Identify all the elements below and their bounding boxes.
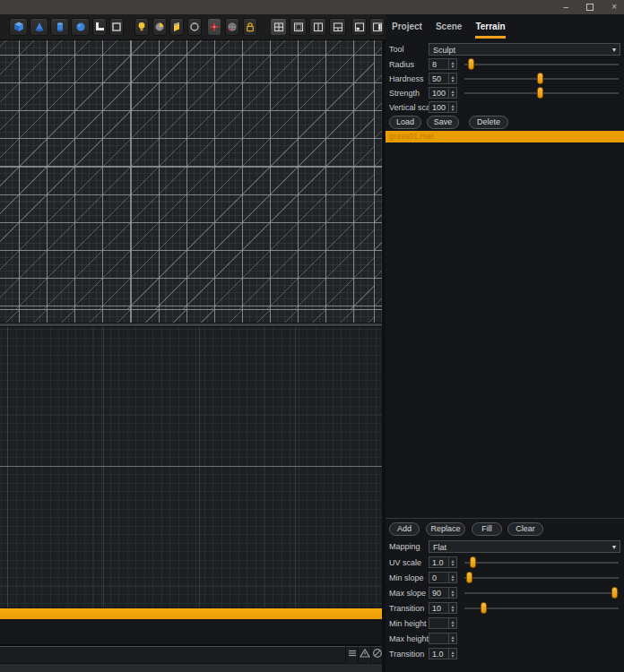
terrain-flat-grid[interactable] [0, 327, 383, 607]
spinner-arrows[interactable]: ▲▼ [448, 633, 456, 643]
layout-columns-button[interactable] [309, 18, 326, 36]
material-list-item[interactable]: grass01.mat [386, 131, 624, 142]
field-label: Hardness [389, 74, 424, 83]
ring-button[interactable] [187, 18, 202, 36]
delete-button[interactable]: Delete [469, 116, 508, 129]
tab-scene[interactable]: Scene [436, 22, 462, 39]
spinner-arrows[interactable]: ▲▼ [448, 73, 456, 83]
add-button[interactable]: Add [389, 522, 420, 536]
close-button[interactable]: × [611, 0, 617, 14]
layout-grid-button[interactable] [270, 18, 287, 36]
slider-track[interactable] [464, 562, 619, 564]
decal-button[interactable] [169, 18, 184, 36]
slider-handle[interactable] [611, 587, 618, 599]
fill-button[interactable]: Fill [472, 522, 502, 536]
slider-track[interactable] [464, 92, 619, 94]
slider-handle[interactable] [537, 73, 543, 84]
console-input[interactable] [0, 646, 346, 662]
spinner-down-icon: ▼ [451, 79, 455, 82]
terrain-wireframe-grid[interactable] [0, 40, 383, 323]
dropdown-row-mapping: MappingFlat▾ [386, 540, 624, 553]
mapping-dropdown[interactable]: Flat▾ [429, 540, 620, 553]
spinner-arrows[interactable]: ▲▼ [448, 59, 456, 69]
crosshair-button[interactable] [207, 18, 221, 36]
value-input[interactable]: 100▲▼ [429, 87, 457, 99]
spinner-down-icon: ▼ [451, 654, 455, 658]
lightbulb-button[interactable] [134, 18, 149, 36]
clear-button[interactable]: Clear [507, 522, 543, 536]
field-row-radius: Radius8▲▼ [386, 58, 624, 71]
globe-button[interactable] [225, 18, 239, 36]
cube-icon [12, 20, 26, 34]
layout-grid-icon [272, 20, 286, 34]
tab-project[interactable]: Project [392, 22, 422, 39]
spinner-arrows[interactable]: ▲▼ [448, 618, 456, 628]
slider-track[interactable] [464, 64, 619, 65]
title-bar: – × [0, 0, 624, 14]
slider-handle[interactable] [481, 602, 487, 614]
value-input[interactable]: 1.0▲▼ [429, 556, 457, 568]
lock-button[interactable] [243, 18, 257, 36]
slider-handle[interactable] [468, 58, 474, 70]
tab-terrain[interactable]: Terrain [475, 22, 505, 39]
warning-filter-button[interactable] [358, 646, 370, 662]
load-button[interactable]: Load [389, 116, 421, 129]
error-filter-button[interactable] [370, 646, 383, 662]
cylinder-button[interactable] [50, 18, 69, 36]
screen-panel-button[interactable] [351, 18, 367, 36]
value-input[interactable]: 8▲▼ [429, 58, 457, 70]
slider-handle[interactable] [466, 572, 472, 583]
spinner-arrows[interactable]: ▲▼ [448, 573, 456, 582]
field-label: Min slope [389, 573, 424, 582]
cone-button[interactable] [30, 18, 48, 36]
section-separator [386, 518, 624, 519]
corner-button[interactable] [92, 18, 107, 36]
value-input[interactable]: 50▲▼ [429, 73, 457, 84]
sphere-button[interactable] [71, 18, 90, 36]
value-input[interactable]: 10▲▼ [429, 602, 457, 614]
cube-button[interactable] [9, 18, 28, 36]
slider-track[interactable] [464, 592, 619, 594]
panel-tabs: ProjectSceneTerrain [392, 22, 506, 39]
value-input[interactable]: 1.0▲▼ [429, 648, 457, 659]
value-input[interactable]: ▲▼ [429, 633, 457, 644]
slider-track[interactable] [464, 577, 619, 579]
spinner-arrows[interactable]: ▲▼ [448, 557, 456, 567]
spinner-arrows[interactable]: ▲▼ [448, 603, 456, 613]
value-text: 1.0 [429, 649, 448, 659]
slider-handle[interactable] [470, 556, 476, 568]
field-label: Strength [389, 89, 420, 98]
value-text [429, 633, 448, 643]
minimize-button[interactable]: – [564, 0, 569, 14]
screen-sidebar-button[interactable] [369, 18, 385, 36]
lightbulb-icon [134, 20, 149, 34]
replace-button[interactable]: Replace [426, 522, 465, 536]
spinner-arrows[interactable]: ▲▼ [448, 588, 456, 598]
console-bar [0, 646, 383, 663]
spinner-arrows[interactable]: ▲▼ [448, 102, 456, 112]
console-filter-icons [345, 646, 383, 663]
square-outline-button[interactable] [109, 18, 124, 36]
list-filter-button[interactable] [345, 646, 358, 662]
material-sphere-button[interactable] [152, 18, 167, 36]
sphere-icon [74, 20, 88, 34]
scene-viewport[interactable] [0, 40, 383, 607]
restore-button[interactable] [586, 4, 594, 11]
spinner-arrows[interactable]: ▲▼ [448, 649, 456, 659]
value-input[interactable]: ▲▼ [429, 617, 457, 629]
value-text: 90 [429, 588, 448, 598]
value-input[interactable]: 90▲▼ [429, 587, 457, 599]
value-input[interactable]: 0▲▼ [429, 572, 457, 583]
value-input[interactable]: 100▲▼ [429, 101, 457, 113]
save-button[interactable]: Save [427, 116, 459, 129]
layout-single-button[interactable] [290, 18, 307, 36]
slider-track[interactable] [464, 607, 619, 609]
field-row-max-height: Max height▲▼ [386, 633, 624, 645]
tool-dropdown[interactable]: Sculpt▾ [429, 43, 620, 56]
spinner-arrows[interactable]: ▲▼ [448, 88, 456, 98]
layout-rows-button[interactable] [329, 18, 346, 36]
layout-single-icon [291, 20, 306, 34]
slider-track[interactable] [464, 78, 619, 80]
crosshair-icon [207, 20, 221, 34]
slider-handle[interactable] [537, 87, 543, 99]
